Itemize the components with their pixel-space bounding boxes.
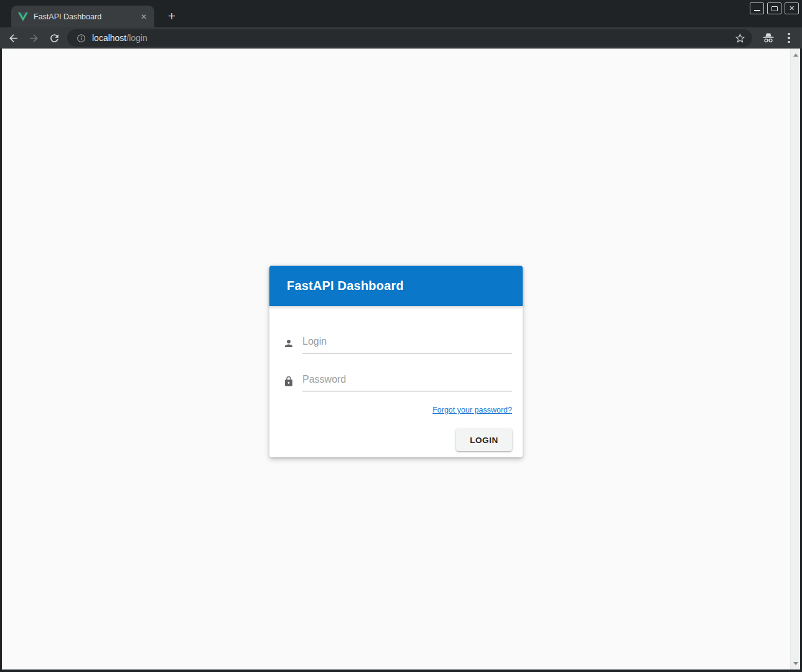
minimize-button[interactable] — [750, 2, 764, 14]
titlebar: FastAPI Dashboard ✕ + ✕ — [0, 0, 802, 27]
incognito-icon — [762, 31, 775, 45]
tab-title: FastAPI Dashboard — [34, 12, 138, 21]
url-host: localhost — [92, 33, 126, 43]
browser-menu-button[interactable] — [782, 30, 796, 46]
url-path: /login — [126, 33, 147, 43]
page-scrollbar[interactable] — [790, 49, 800, 670]
login-card-header: FastAPI Dashboard — [269, 266, 523, 306]
login-button-row: LOGIN — [283, 429, 512, 451]
refresh-button[interactable] — [46, 30, 62, 46]
person-icon — [283, 338, 294, 349]
forward-icon — [28, 32, 40, 44]
url-text: localhost/login — [92, 33, 147, 43]
incognito-indicator — [760, 30, 776, 46]
address-bar[interactable]: localhost/login — [67, 29, 752, 47]
refresh-icon — [49, 32, 60, 44]
browser-window: FastAPI Dashboard ✕ + ✕ — [0, 0, 802, 672]
login-field-row — [283, 334, 512, 353]
login-card-body: Forgot your password? LOGIN — [269, 306, 523, 457]
maximize-button[interactable] — [767, 2, 781, 14]
lock-icon — [283, 376, 294, 387]
tab-close-icon[interactable]: ✕ — [138, 11, 149, 22]
password-input[interactable] — [302, 371, 512, 391]
bookmark-star-button[interactable] — [732, 30, 747, 45]
browser-toolbar: localhost/login — [0, 27, 802, 49]
info-icon — [76, 33, 86, 44]
forward-button[interactable] — [26, 30, 42, 46]
vue-favicon-icon — [18, 12, 28, 22]
page-viewport: FastAPI Dashboard Forgot your password? — [2, 49, 800, 670]
login-button[interactable]: LOGIN — [456, 429, 512, 451]
site-info-button[interactable] — [74, 31, 88, 45]
login-card: FastAPI Dashboard Forgot your password? — [269, 266, 523, 457]
back-button[interactable] — [5, 30, 21, 46]
menu-dots-icon — [788, 33, 790, 35]
scroll-down-icon — [793, 662, 798, 665]
minimize-icon — [754, 10, 760, 11]
login-input[interactable] — [302, 334, 512, 353]
login-card-title: FastAPI Dashboard — [287, 279, 404, 293]
password-field-row — [283, 371, 512, 391]
close-button[interactable]: ✕ — [785, 2, 799, 14]
scroll-up-button[interactable] — [791, 50, 801, 60]
back-icon — [7, 32, 19, 44]
forgot-password-link[interactable]: Forgot your password? — [432, 406, 512, 414]
star-icon — [734, 32, 746, 44]
window-controls: ✕ — [750, 2, 799, 14]
browser-tab[interactable]: FastAPI Dashboard ✕ — [11, 6, 154, 27]
scroll-up-icon — [793, 54, 798, 57]
new-tab-button[interactable]: + — [162, 7, 181, 26]
forgot-password-row: Forgot your password? — [283, 404, 512, 415]
scroll-down-button[interactable] — [791, 658, 801, 668]
maximize-icon — [772, 6, 778, 11]
